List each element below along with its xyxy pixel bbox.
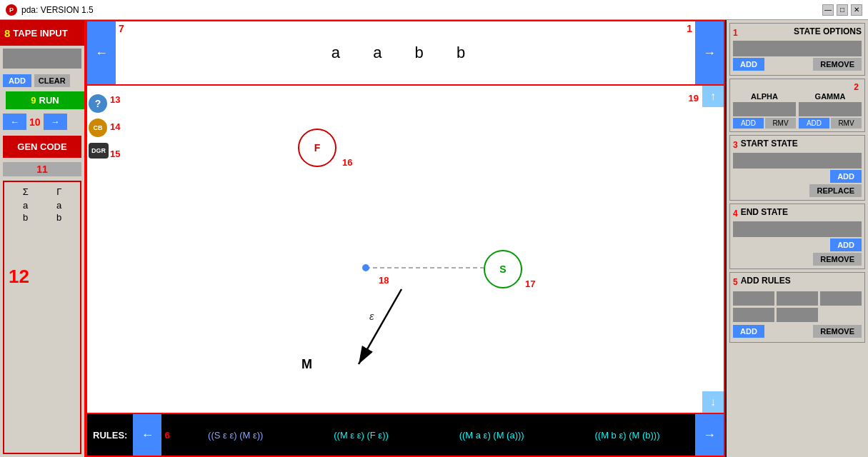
gen-code-button[interactable]: GEN CODE (3, 136, 81, 158)
close-button[interactable]: ✕ (851, 4, 862, 16)
tape-left-button[interactable]: ← (87, 21, 116, 84)
tape-num-1: 1 (687, 23, 692, 34)
state-s[interactable]: S (484, 250, 522, 288)
section-num-1: 1 (733, 28, 738, 38)
gamma-input[interactable] (799, 102, 862, 116)
gamma-col: a b (56, 200, 61, 223)
nav-left-button[interactable]: ← (3, 114, 26, 130)
rule-item-1[interactable]: ((S ε ε) (M ε)) (208, 430, 263, 441)
tape-area: ← 7 a a b b 1 → (87, 21, 724, 86)
run-label: RUN (39, 95, 59, 106)
gamma-val-2: b (56, 212, 61, 223)
rules-content: ((S ε ε) (M ε)) ((M ε ε) (F ε)) ((M a ε)… (173, 430, 695, 441)
rule-input-5[interactable] (777, 308, 818, 322)
add-rules-title: ADD RULES (741, 276, 791, 286)
end-remove-button[interactable]: REMOVE (813, 253, 862, 266)
num-16: 16 (342, 157, 352, 168)
start-state-input[interactable] (733, 153, 862, 169)
add-button[interactable]: ADD (3, 74, 31, 87)
add-rules-grid (733, 291, 862, 322)
rules-right-button[interactable]: → (695, 414, 724, 456)
gamma-title: GAMMA (799, 92, 862, 101)
rules-remove-button[interactable]: REMOVE (813, 325, 862, 338)
tape-input-field[interactable] (3, 49, 81, 69)
nav-row: ← 10 → (0, 111, 84, 133)
canvas-area[interactable]: ↑ ↓ ? CB DGR 13 14 15 16 17 18 19 F S M (87, 86, 724, 413)
tape-num: 8 (4, 27, 10, 39)
rule-item-2[interactable]: ((M ε ε) (F ε)) (334, 430, 389, 441)
section-num-2: 2 (854, 82, 859, 92)
state-options-input[interactable] (733, 41, 862, 56)
num-15: 15 (110, 149, 120, 159)
canvas-scroll-up[interactable]: ↑ (702, 86, 724, 107)
gamma-val-1: a (56, 200, 61, 211)
title-bar: P pda: VERSION 1.5 — □ ✕ (0, 0, 868, 20)
rules-label: RULES: (87, 430, 133, 441)
section-num-4: 4 (733, 209, 738, 219)
alphabet-box: Σ Γ a b a b 12 (3, 181, 81, 454)
gamma-add-button[interactable]: ADD (799, 118, 829, 129)
state-options-btn-row: ADD REMOVE (733, 58, 862, 71)
tape-right-button[interactable]: → (695, 21, 724, 84)
add-clear-row: ADD CLEAR (0, 71, 84, 90)
state-m: M (301, 357, 312, 372)
gamma-rmv-button[interactable]: RMV (831, 118, 862, 129)
state-options-section: 1 STATE OPTIONS ADD REMOVE (729, 23, 865, 76)
icon-group: ? CB DGR (89, 94, 109, 159)
svg-text:ε: ε (369, 310, 374, 322)
dgr-icon[interactable]: DGR (89, 143, 109, 159)
gamma-label: Γ (56, 186, 61, 197)
question-icon[interactable]: ? (89, 94, 107, 113)
rule-item-3[interactable]: ((M a ε) (M (a))) (459, 430, 524, 441)
num-14: 14 (110, 121, 120, 132)
nav-num: 10 (29, 116, 41, 128)
alpha-input[interactable] (733, 102, 796, 116)
left-panel: 8 TAPE INPUT ADD CLEAR 9 RUN ← 10 → GEN … (0, 20, 86, 457)
cb-icon[interactable]: CB (89, 119, 107, 137)
rule-item-4[interactable]: ((M b ε) (M (b))) (595, 430, 660, 441)
gamma-btn-row: ADD RMV (799, 118, 862, 129)
add-rules-btn-row: ADD REMOVE (733, 325, 862, 338)
state-f[interactable]: F (298, 129, 336, 167)
nav-right-button[interactable]: → (44, 114, 67, 130)
rule-input-4[interactable] (733, 308, 774, 322)
state-remove-button[interactable]: REMOVE (813, 58, 862, 71)
alpha-rmv-button[interactable]: RMV (765, 118, 796, 129)
end-state-section: 4 END STATE ADD REMOVE (729, 204, 865, 269)
canvas-scroll-down[interactable]: ↓ (702, 391, 724, 413)
state-add-button[interactable]: ADD (733, 58, 764, 71)
rule-input-2[interactable] (777, 291, 818, 306)
maximize-button[interactable]: □ (837, 4, 848, 16)
rules-num-6: 6 (161, 430, 172, 441)
tape-input-header: 8 TAPE INPUT (0, 20, 84, 46)
svg-point-1 (362, 264, 369, 271)
rule-input-3[interactable] (820, 291, 862, 306)
start-state-title: START STATE (741, 139, 798, 149)
end-add-button[interactable]: ADD (830, 238, 862, 251)
alpha-add-button[interactable]: ADD (733, 118, 764, 129)
rules-left-button[interactable]: ← (133, 414, 161, 456)
app-title: pda: VERSION 1.5 (21, 5, 94, 15)
rule-input-1[interactable] (733, 291, 774, 306)
rules-add-button[interactable]: ADD (733, 325, 764, 338)
svg-line-3 (359, 289, 401, 364)
end-state-input[interactable] (733, 221, 862, 237)
rules-area: RULES: ← 6 ((S ε ε) (M ε)) ((M ε ε) (F ε… (87, 413, 724, 456)
tape-content: a a b b (116, 44, 695, 62)
sigma-label: Σ (23, 186, 29, 197)
run-button[interactable]: 9 RUN (6, 91, 84, 109)
alpha-btn-row: ADD RMV (733, 118, 796, 129)
num-12: 12 (9, 266, 76, 288)
run-wrap: 9 RUN (0, 90, 84, 111)
clear-button[interactable]: CLEAR (34, 74, 70, 87)
num-17: 17 (525, 278, 535, 289)
minimize-button[interactable]: — (822, 4, 834, 16)
tape-input-label: TAPE INPUT (13, 28, 67, 39)
start-replace-button[interactable]: REPLACE (809, 184, 862, 197)
sigma-val-1: a (23, 200, 28, 211)
start-state-section: 3 START STATE ADD REPLACE (729, 135, 865, 201)
num-13: 13 (110, 94, 120, 105)
start-add-button[interactable]: ADD (830, 170, 862, 183)
end-state-title: END STATE (741, 207, 788, 217)
num-19: 19 (689, 93, 699, 104)
